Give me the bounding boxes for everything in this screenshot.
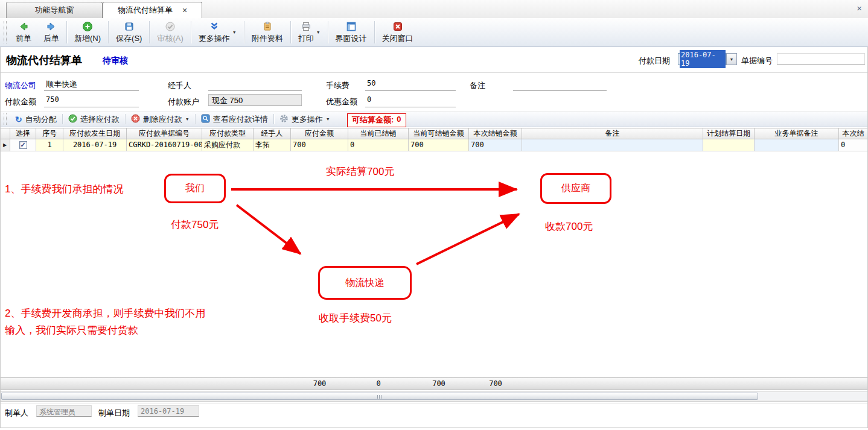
annotation-diagram: 我们 供应商 物流快递 实际结算700元 付款750元 收款700元 收取手续费… <box>0 152 868 376</box>
payment-amount-input[interactable]: 750 <box>44 95 139 107</box>
col-header-extra[interactable]: 本次结 <box>839 128 868 139</box>
delete-payable-button[interactable]: 删除应付款 ▼ <box>126 112 195 127</box>
cell-biz-remark[interactable] <box>755 139 839 151</box>
dropdown-arrow-icon[interactable]: ▼ <box>326 117 330 121</box>
col-header-doc-no[interactable]: 应付款单据编号 <box>127 128 202 139</box>
app-window: 功能导航窗 物流代付结算单 × × 前单 后单 新增(N) <box>0 0 868 430</box>
button-label: 删除应付款 <box>143 114 182 125</box>
diagram-note-2-line2: 输入，我们实际只需要付货款 <box>5 323 138 337</box>
save-button[interactable]: 保存(S) <box>110 18 148 46</box>
col-header-payable-date[interactable]: 应付款发生日期 <box>63 128 127 139</box>
diagram-label-receive: 收款700元 <box>545 220 593 233</box>
view-payable-details-button[interactable]: 查看应付款详情 <box>196 112 273 127</box>
scrollbar-grip-icon <box>377 395 383 399</box>
fee-input[interactable]: 50 <box>365 79 456 91</box>
total-settleable: 700 <box>409 378 469 390</box>
page-title: 物流代付结算单 <box>6 53 82 68</box>
select-payable-button[interactable]: 选择应付款 <box>63 112 125 127</box>
col-header-remark[interactable]: 备注 <box>522 128 703 139</box>
window-close-icon[interactable]: × <box>857 3 862 13</box>
prev-doc-button[interactable]: 前单 <box>10 18 37 46</box>
toolbar-grip <box>4 21 7 43</box>
col-header-settled-amount[interactable]: 当前已结销 <box>348 128 409 139</box>
diagram-box-supplier: 供应商 <box>540 173 611 204</box>
printer-icon <box>301 21 311 33</box>
flow-arrows <box>0 152 868 376</box>
cell-type: 采购应付款 <box>202 139 254 151</box>
double-chevron-down-icon <box>209 21 220 33</box>
divider <box>0 72 868 73</box>
total-settled: 0 <box>348 378 409 390</box>
horizontal-scrollbar[interactable] <box>0 391 868 400</box>
col-header-payable-type[interactable]: 应付款类型 <box>202 128 254 139</box>
audit-button[interactable]: 审核(A) <box>151 18 189 46</box>
button-label: 查看应付款详情 <box>213 114 268 125</box>
chevron-down-icon: ▼ <box>730 57 734 62</box>
payment-account-label: 付款账户 <box>168 96 199 107</box>
col-header-biz-remark[interactable]: 业务单据备注 <box>755 128 839 139</box>
col-header-plan-date[interactable]: 计划结算日期 <box>703 128 755 139</box>
button-label: 选择应付款 <box>80 114 120 125</box>
attachments-button[interactable]: 附件资料 <box>246 18 289 46</box>
arrow-right-icon <box>46 21 57 33</box>
dropdown-arrow-icon[interactable]: ▼ <box>316 30 321 34</box>
col-header-payable-amount[interactable]: 应付金额 <box>291 128 348 139</box>
cell-remark[interactable] <box>522 139 703 151</box>
col-header-seq[interactable]: 序号 <box>36 128 63 139</box>
settleable-amount-label: 可结算金额: <box>352 115 394 125</box>
divider <box>0 403 868 403</box>
auto-allocate-button[interactable]: ↻ 自动分配 <box>10 112 62 127</box>
tab-close-icon[interactable]: × <box>182 6 187 14</box>
logistics-company-input[interactable]: 顺丰快递 <box>44 79 139 91</box>
col-header-select[interactable]: 选择 <box>10 128 36 139</box>
grid-more-actions-button[interactable]: 更多操作 ▼ <box>274 112 336 127</box>
button-label: 关闭窗口 <box>382 33 413 44</box>
col-header-settleable-amount[interactable]: 当前可结销金额 <box>409 128 469 139</box>
next-doc-button[interactable]: 后单 <box>37 18 65 46</box>
col-header-this-settle-amount[interactable]: 本次结销金额 <box>469 128 522 139</box>
doc-no-input[interactable] <box>777 53 865 65</box>
payment-account-field[interactable]: 现金 750 <box>208 94 302 106</box>
remark-input[interactable] <box>513 79 607 91</box>
close-red-icon <box>392 21 403 33</box>
grid-header-indicator <box>0 128 10 139</box>
divider <box>0 401 868 402</box>
table-row[interactable]: ▶ ✓ 1 2016-07-19 CGRKD-20160719-0005 采购应… <box>0 139 868 151</box>
diagram-note-1: 1、手续费我们承担的情况 <box>5 182 123 196</box>
payment-amount-label: 付款金额 <box>5 96 36 107</box>
settleable-amount-badge: 可结算金额: 0 <box>347 113 406 127</box>
diagram-label-settle: 实际结算700元 <box>326 165 394 179</box>
ui-design-button[interactable]: 界面设计 <box>330 18 373 46</box>
clipboard-icon <box>262 21 273 33</box>
col-header-handler[interactable]: 经手人 <box>254 128 291 139</box>
payment-date-dropdown-button[interactable]: ▼ <box>726 53 737 65</box>
cell-extra: 0 <box>839 139 868 151</box>
more-actions-button[interactable]: 更多操作 ▼ <box>193 18 243 46</box>
logistics-company-label[interactable]: 物流公司 <box>5 80 36 91</box>
grid-toolbar: ↻ 自动分配 选择应付款 删除应付款 ▼ 查看应付款详情 更多操作 ▼ 可结算金… <box>0 111 868 127</box>
row-select-checkbox[interactable]: ✓ <box>19 141 27 149</box>
grid-header: 选择 序号 应付款发生日期 应付款单据编号 应付款类型 经手人 应付金额 当前已… <box>0 128 868 139</box>
row-indicator: ▶ <box>0 139 10 151</box>
add-new-button[interactable]: 新增(N) <box>68 18 107 46</box>
print-button[interactable]: 打印 ▼ <box>292 18 327 46</box>
payment-date-input[interactable]: 2016-07-19 <box>678 53 726 65</box>
button-label: 界面设计 <box>336 33 367 44</box>
scrollbar-thumb[interactable] <box>1 393 758 400</box>
tab-settlement[interactable]: 物流代付结算单 × <box>103 2 202 18</box>
discount-input[interactable]: 0 <box>365 95 456 107</box>
separator <box>108 21 109 43</box>
handler-input[interactable] <box>208 79 302 91</box>
dropdown-arrow-icon[interactable]: ▼ <box>232 30 237 34</box>
dropdown-arrow-icon[interactable]: ▼ <box>185 117 190 121</box>
separator <box>244 21 244 43</box>
cell-select: ✓ <box>10 139 36 151</box>
button-label: 更多操作 <box>292 114 323 125</box>
cell-this-settle[interactable]: 700 <box>469 139 522 151</box>
tab-function-nav[interactable]: 功能导航窗 <box>6 2 103 18</box>
payment-date-value: 2016-07-19 <box>680 50 726 68</box>
close-window-button[interactable]: 关闭窗口 <box>376 18 420 46</box>
window-layout-icon <box>346 21 357 33</box>
separator <box>328 21 328 43</box>
separator <box>149 21 150 43</box>
